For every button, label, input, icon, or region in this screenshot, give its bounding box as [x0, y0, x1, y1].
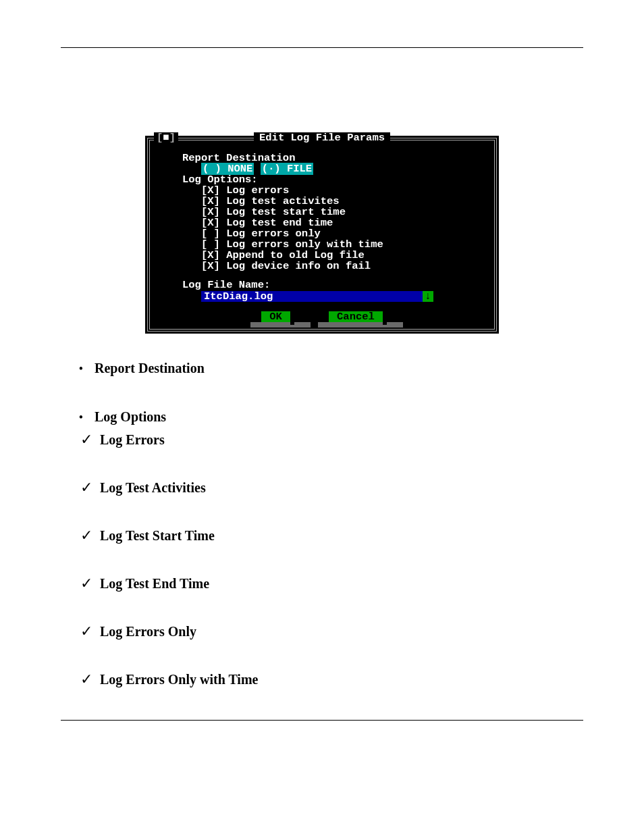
radio-file[interactable]: (∙) FILE — [261, 163, 313, 175]
header-rule — [61, 47, 583, 48]
list-item: ✓ Log Test End Time — [73, 576, 583, 592]
log-file-name-input[interactable]: ItcDiag.log — [201, 291, 423, 302]
check-log-errors[interactable]: [X] Log errors — [201, 185, 489, 196]
list-item: ✓ Log Errors Only with Time — [73, 672, 583, 687]
doc-options-list: • Report Destination • Log Options ✓ Log… — [68, 361, 583, 687]
bullet-icon: • — [68, 409, 95, 425]
label-report-destination: Report Destination — [182, 153, 489, 163]
check-log-device-info[interactable]: [X] Log device info on fail — [201, 261, 489, 271]
list-item: ✓ Log Errors — [73, 432, 583, 448]
list-item: ✓ Log Test Activities — [73, 480, 583, 496]
check-icon: ✓ — [73, 576, 100, 591]
item-label: Log Errors — [100, 432, 165, 448]
check-icon: ✓ — [73, 480, 100, 495]
check-icon: ✓ — [73, 432, 100, 447]
bullet-icon: • — [68, 361, 95, 377]
dialog-edit-log-file-params: [■] Edit Log File Params Report Destinat… — [145, 136, 499, 334]
check-icon: ✓ — [73, 624, 100, 639]
check-log-errors-only-time[interactable]: [ ] Log errors only with time — [201, 239, 489, 250]
list-item: • Log Options — [68, 409, 583, 425]
cancel-button[interactable]: Cancel — [329, 311, 383, 322]
check-log-test-start-time[interactable]: [X] Log test start time — [201, 207, 489, 217]
check-log-errors-only[interactable]: [ ] Log errors only — [201, 228, 489, 239]
list-item: ✓ Log Test Start Time — [73, 528, 583, 544]
check-log-test-end-time[interactable]: [X] Log test end time — [201, 217, 489, 228]
item-label: Log Test Start Time — [100, 528, 215, 544]
list-item: ✓ Log Errors Only — [73, 624, 583, 640]
footer-rule — [61, 720, 583, 721]
item-label: Report Destination — [95, 361, 205, 376]
check-icon: ✓ — [73, 528, 100, 543]
chevron-down-icon[interactable]: ↓ — [423, 291, 433, 302]
label-log-file-name: Log File Name: — [182, 280, 489, 290]
item-label: Log Errors Only with Time — [100, 672, 258, 687]
check-icon: ✓ — [73, 672, 100, 687]
dialog-title: Edit Log File Params — [254, 132, 390, 143]
ok-button[interactable]: OK — [261, 311, 290, 322]
check-log-test-activities[interactable]: [X] Log test activites — [201, 196, 489, 207]
label-log-options: Log Options: — [182, 174, 489, 185]
item-label: Log Test End Time — [100, 576, 209, 592]
close-icon[interactable]: [■] — [154, 132, 178, 143]
list-item: • Report Destination — [68, 361, 583, 377]
check-append-old-log[interactable]: [X] Append to old Log file — [201, 250, 489, 261]
item-label: Log Errors Only — [100, 624, 196, 640]
item-label: Log Options — [95, 409, 166, 425]
item-label: Log Test Activities — [100, 480, 206, 496]
